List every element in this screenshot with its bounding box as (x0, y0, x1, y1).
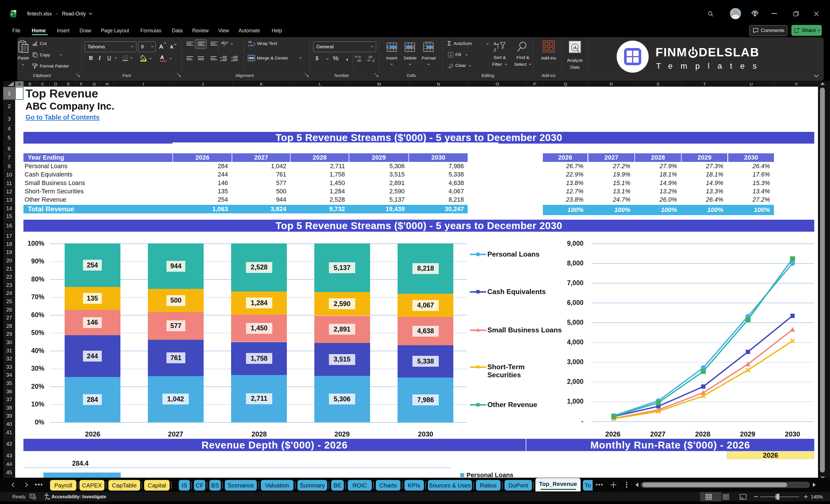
svg-text:x: x (11, 12, 13, 16)
svg-text:.00: .00 (357, 59, 361, 62)
svg-text:.0: .0 (372, 59, 374, 62)
svg-text:.0: .0 (358, 55, 361, 59)
svg-text:ab: ab (221, 40, 226, 45)
svg-text:A: A (493, 41, 497, 46)
svg-text:ab: ab (248, 40, 252, 43)
svg-text:.00: .00 (368, 55, 372, 59)
svg-text:Z: Z (493, 48, 496, 52)
svg-text:c: c (248, 44, 250, 47)
